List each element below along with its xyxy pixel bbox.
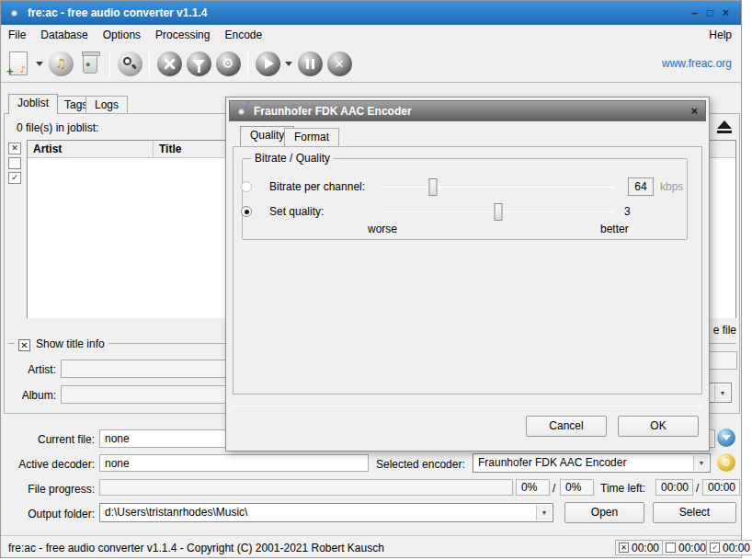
add-files-dropdown-icon[interactable] <box>36 62 43 66</box>
bitrate-radio[interactable] <box>241 181 252 192</box>
chevron-down-icon[interactable]: ▼ <box>536 505 552 520</box>
menu-encode[interactable]: Encode <box>217 26 269 44</box>
progress-separator: / <box>553 482 555 495</box>
quality-value: 3 <box>624 205 631 218</box>
toolbar-separator <box>247 50 248 77</box>
cancel-button[interactable]: Cancel <box>526 416 607 437</box>
time-left-label: Time left: <box>600 482 645 495</box>
statusbar-text: fre:ac - free audio converter v1.1.4 - C… <box>8 542 384 554</box>
minimize-icon[interactable]: – <box>689 7 701 19</box>
stop-encoding-icon[interactable]: ✕ <box>325 50 353 77</box>
start-encoding-icon[interactable] <box>254 50 281 77</box>
screen: ♪ fre:ac - free audio converter v1.1.4 –… <box>0 0 752 560</box>
bitrate-value-field[interactable]: 64 <box>628 177 654 196</box>
add-files-icon[interactable]: +♪ <box>5 50 32 77</box>
select-all-tracks-button[interactable]: ✕ <box>8 143 21 154</box>
output-folder-combobox[interactable]: d:\Users\tristanrhodes\Music\ ▼ <box>99 503 553 522</box>
chevron-down-icon[interactable]: ▼ <box>693 455 709 471</box>
tab-logs[interactable]: Logs <box>85 96 128 114</box>
freac-app-icon: ♪ <box>6 6 21 20</box>
dialog-separator <box>233 406 702 406</box>
show-title-info-checkbox[interactable]: ✕ <box>18 337 30 351</box>
cross-icon: ✕ <box>11 143 18 153</box>
show-title-info-label[interactable]: Show title info <box>36 337 105 350</box>
artist-label: Artist: <box>17 363 56 376</box>
timer-selected-tracks: ✓ 00:00 <box>706 540 752 555</box>
dialog-tab-format[interactable]: Format <box>284 128 339 146</box>
file-progress-bar <box>99 479 513 496</box>
file-progress-percent: 0% <box>516 479 550 496</box>
settings-icon[interactable]: ⚙ <box>214 50 242 77</box>
joblist-count: 0 file(s) in joblist: <box>17 121 98 134</box>
menubar: File Database Options Processing Encode … <box>1 25 741 45</box>
window-title: fre:ac - free audio converter v1.1.4 <box>28 6 207 19</box>
album-label: Album: <box>15 389 56 402</box>
timer-value: 00:00 <box>723 542 750 554</box>
bitrate-radio-label[interactable]: Bitrate per channel: <box>269 180 365 193</box>
menu-file[interactable]: File <box>1 26 33 44</box>
toolbar: +♪ ♫ ● ⚙ <box>1 45 741 83</box>
cddb-query-icon[interactable] <box>116 50 143 77</box>
timer-value: 00:00 <box>678 542 706 554</box>
processing-info-icon[interactable] <box>717 429 735 447</box>
menu-processing[interactable]: Processing <box>148 26 217 44</box>
timer-all-tracks: ✕ 00:00 <box>615 540 663 555</box>
pause-encoding-icon[interactable] <box>296 50 324 77</box>
configure-encoder-icon[interactable]: ⚙ <box>717 453 735 472</box>
ok-button[interactable]: OK <box>618 416 699 437</box>
time-left-total: 00:00 <box>702 479 740 496</box>
toggle-selection-button[interactable]: ✓ <box>8 172 21 184</box>
dialog-title: Fraunhofer FDK AAC Encoder <box>254 105 412 118</box>
divider <box>8 343 15 344</box>
selected-tracks-icon: ✓ <box>710 543 720 553</box>
output-folder-value: d:\Users\tristanrhodes\Music\ <box>105 506 247 519</box>
menu-help[interactable]: Help <box>701 26 741 44</box>
open-button[interactable]: Open <box>564 502 644 523</box>
active-decoder-label: Active decoder: <box>15 458 95 471</box>
select-button[interactable]: Select <box>653 502 736 523</box>
scale-worse-label: worse <box>368 223 397 235</box>
file-progress-label: File progress: <box>19 483 95 496</box>
clear-joblist-icon[interactable]: ● <box>76 50 104 77</box>
chevron-down-icon[interactable]: ▼ <box>714 384 730 401</box>
tools-icon[interactable] <box>155 50 183 77</box>
column-header-artist[interactable]: Artist <box>28 141 154 157</box>
timer-value: 00:00 <box>632 542 659 554</box>
menu-options[interactable]: Options <box>96 26 148 44</box>
groupbox-title: Bitrate / Quality <box>251 152 334 165</box>
main-titlebar: ♪ fre:ac - free audio converter v1.1.4 –… <box>1 1 741 25</box>
set-quality-radio-label[interactable]: Set quality: <box>269 205 324 218</box>
cross-icon: ✕ <box>20 340 28 350</box>
output-folder-label: Output folder: <box>17 508 95 520</box>
menu-database[interactable]: Database <box>33 26 95 44</box>
maximize-icon[interactable]: □ <box>704 7 716 19</box>
all-tracks-icon: ✕ <box>619 543 629 553</box>
toolbar-separator <box>149 50 150 77</box>
bitrate-slider-thumb[interactable] <box>428 178 437 196</box>
tab-joblist[interactable]: Joblist <box>8 94 58 114</box>
add-audio-cd-icon[interactable]: ♫ <box>47 50 74 77</box>
quality-slider-thumb[interactable] <box>494 203 502 221</box>
dialog-titlebar: ♪ Fraunhofer FDK AAC Encoder × <box>229 100 706 121</box>
toolbar-separator <box>109 50 110 77</box>
set-quality-radio[interactable] <box>241 206 252 217</box>
current-file-label: Current file: <box>19 433 95 446</box>
selected-encoder-label: Selected encoder: <box>376 458 465 471</box>
close-icon[interactable]: × <box>720 7 732 19</box>
scale-better-label: better <box>600 223 629 235</box>
start-encoding-dropdown-icon[interactable] <box>285 62 292 66</box>
processing-icon[interactable] <box>185 50 212 77</box>
check-icon: ✓ <box>11 173 18 182</box>
quality-slider[interactable] <box>382 203 614 221</box>
selected-encoder-combobox[interactable]: Fraunhofer FDK AAC Encoder ▼ <box>473 453 711 473</box>
select-no-tracks-button[interactable] <box>8 157 21 169</box>
dialog-close-icon[interactable]: × <box>690 104 698 118</box>
empty-box-icon <box>666 543 676 553</box>
bitrate-unit-label: kbps <box>660 180 683 193</box>
statusbar: fre:ac - free audio converter v1.1.4 - C… <box>1 535 741 557</box>
time-left-file: 00:00 <box>655 479 693 496</box>
bitrate-slider[interactable] <box>382 178 614 196</box>
freac-website-link[interactable]: www.freac.org <box>662 57 741 70</box>
time-separator: / <box>696 482 699 495</box>
eject-icon[interactable] <box>712 117 736 136</box>
